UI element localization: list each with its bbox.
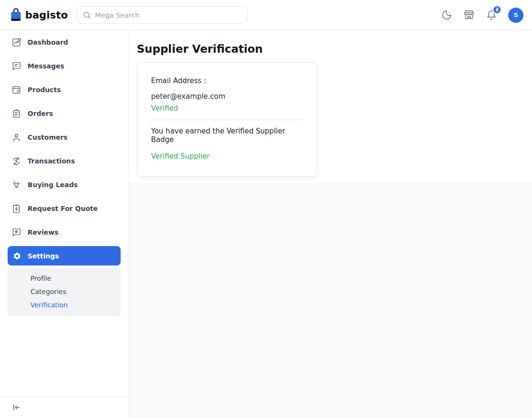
sidebar-item-orders[interactable]: Orders [0, 102, 128, 125]
submenu-item-profile[interactable]: Profile [8, 272, 121, 285]
mega-search-box [76, 6, 247, 24]
sidebar-item-label: Buying Leads [28, 181, 78, 189]
sidebar-item-label: Reviews [28, 228, 58, 236]
header-actions: 8 S [441, 8, 523, 23]
notifications-button[interactable]: 8 [486, 10, 497, 20]
email-address-label: Email Address : [151, 76, 303, 85]
sidebar-item-label: Settings [28, 252, 59, 260]
content-section: Supplier Verification Email Address : pe… [129, 30, 532, 183]
sidebar-item-request-for-quote[interactable]: $ Request For Quote [0, 197, 128, 220]
email-address-value: peter@example.com [151, 92, 303, 101]
sidebar-nav: Dashboard Messages Products [0, 30, 128, 316]
sidebar-item-dashboard[interactable]: Dashboard [0, 30, 128, 54]
sidebar-item-label: Customers [28, 133, 67, 141]
sidebar-footer [0, 397, 128, 418]
top-header: bagisto [0, 0, 532, 30]
transactions-icon: $ [11, 156, 21, 166]
orders-icon [11, 109, 21, 119]
card-divider [151, 120, 303, 120]
verification-card: Email Address : peter@example.com Verifi… [137, 62, 317, 177]
sidebar-item-buying-leads[interactable]: Buying Leads [0, 173, 128, 197]
verified-badge-message: You have earned the Verified Supplier Ba… [151, 127, 303, 144]
messages-icon [11, 61, 21, 71]
search-input[interactable] [95, 11, 241, 19]
reviews-icon [11, 228, 21, 238]
page-title: Supplier Verification [137, 42, 524, 56]
notification-count-badge: 8 [493, 5, 502, 14]
products-icon [11, 85, 21, 95]
buying-leads-icon [11, 180, 21, 190]
sidebar-item-label: Dashboard [28, 38, 68, 46]
user-avatar[interactable]: S [508, 8, 523, 23]
search-icon [83, 11, 91, 19]
customers-icon [11, 133, 21, 142]
main-content: Supplier Verification Email Address : pe… [129, 30, 532, 418]
storefront-button[interactable] [464, 10, 475, 20]
sidebar-item-label: Request For Quote [28, 205, 98, 212]
request-for-quote-icon: $ [11, 204, 21, 214]
sidebar-item-messages[interactable]: Messages [0, 54, 128, 78]
dark-mode-toggle[interactable] [441, 10, 452, 20]
sidebar-item-settings[interactable]: Settings [8, 246, 121, 266]
sidebar-item-label: Transactions [28, 157, 75, 165]
verified-supplier-link[interactable]: Verified Supplier [151, 152, 209, 161]
sidebar-item-label: Messages [28, 62, 64, 70]
svg-text:$: $ [15, 207, 18, 211]
sidebar-item-label: Orders [28, 110, 53, 117]
svg-text:$: $ [15, 159, 18, 163]
store-icon [464, 10, 475, 20]
bagisto-logo[interactable]: bagisto [10, 8, 68, 22]
shopping-bag-logo-icon [10, 8, 22, 22]
logo-text: bagisto [25, 10, 68, 21]
sidebar-item-transactions[interactable]: $ Transactions [0, 149, 128, 173]
email-verified-status: Verified [151, 104, 303, 113]
submenu-item-verification[interactable]: Verification [8, 298, 121, 312]
settings-gear-icon [13, 252, 21, 260]
moon-icon [441, 10, 452, 20]
dashboard-icon [11, 38, 21, 48]
sidebar-item-label: Products [28, 86, 61, 94]
sidebar-item-products[interactable]: Products [0, 78, 128, 102]
collapse-arrow-icon [11, 403, 21, 412]
sidebar: Dashboard Messages Products [0, 30, 129, 418]
sidebar-item-reviews[interactable]: Reviews [0, 220, 128, 244]
settings-submenu: Profile Categories Verification [8, 268, 121, 316]
collapse-sidebar-button[interactable] [11, 403, 21, 412]
submenu-item-categories[interactable]: Categories [8, 285, 121, 298]
sidebar-item-customers[interactable]: Customers [0, 125, 128, 149]
